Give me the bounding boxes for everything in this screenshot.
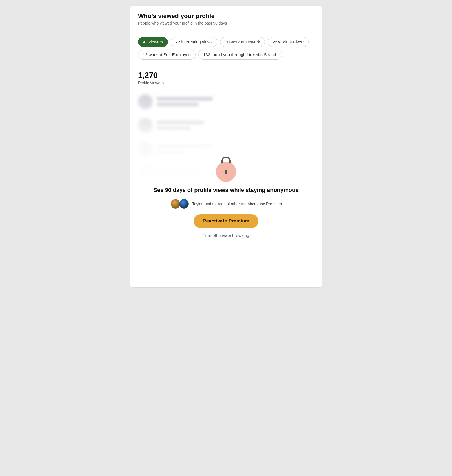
stats-section: 1,270 Profile viewers	[130, 65, 322, 90]
lock-shackle-icon	[221, 157, 231, 163]
premium-overlay: See 90 days of profile views while stayi…	[130, 90, 322, 287]
viewer-label: Profile viewers	[138, 81, 314, 85]
filter-work-fiverr[interactable]: 26 work at Fiverr	[268, 37, 309, 47]
filter-work-self-employed[interactable]: 12 work at Self Employed	[138, 50, 196, 60]
profile-viewers-card: Who's viewed your profile People who vie…	[130, 6, 322, 287]
member-avatar-2	[179, 199, 189, 209]
page-subtitle: People who viewed your profile in the pa…	[138, 21, 314, 25]
lock-icon-wrapper	[215, 157, 237, 182]
member-text: Taylor. and millions of other members us…	[192, 202, 282, 206]
viewer-count: 1,270	[138, 70, 314, 80]
overlay-members: Taylor. and millions of other members us…	[170, 199, 282, 209]
upsell-title: See 90 days of profile views while stayi…	[153, 187, 299, 193]
page-title: Who's viewed your profile	[138, 12, 314, 20]
lock-circle-icon	[216, 162, 236, 182]
card-header: Who's viewed your profile People who vie…	[130, 6, 322, 31]
filter-section: All viewers22 interesting views30 work a…	[130, 31, 322, 65]
viewers-list: See 90 days of profile views while stayi…	[130, 90, 322, 287]
svg-rect-1	[225, 172, 227, 174]
reactivate-premium-button[interactable]: Reactivate Premium	[194, 214, 258, 228]
private-browsing-button[interactable]: Turn off private browsing	[203, 233, 249, 238]
filter-interesting-views[interactable]: 22 interesting views	[171, 37, 218, 47]
filter-work-upwork[interactable]: 30 work at Upwork	[220, 37, 265, 47]
lock-keyhole-icon	[222, 168, 230, 175]
member-avatars	[170, 199, 189, 209]
overlay-content: See 90 days of profile views while stayi…	[148, 151, 304, 243]
filter-linkedin-search[interactable]: 133 found you through LinkedIn Search	[198, 50, 282, 60]
filter-all-viewers[interactable]: All viewers	[138, 37, 168, 47]
